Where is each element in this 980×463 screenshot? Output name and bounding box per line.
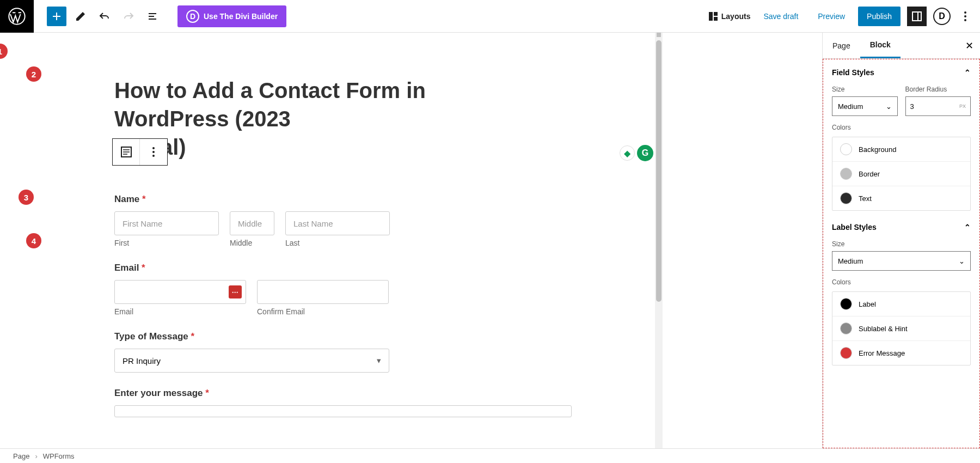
svg-rect-4 bbox=[912, 12, 921, 21]
type-label: Type of Message * bbox=[114, 331, 577, 342]
editor-canvas: How to Add a Contact Form in WordPress (… bbox=[0, 33, 822, 448]
toolbar-right: Layouts Save draft Preview Publish D bbox=[708, 7, 980, 26]
breadcrumb: Page › WPForms bbox=[0, 448, 980, 463]
svg-rect-1 bbox=[709, 12, 713, 21]
svg-point-6 bbox=[964, 11, 966, 14]
name-label: Name * bbox=[114, 194, 577, 205]
divi-round-icon[interactable]: D bbox=[933, 8, 951, 25]
top-toolbar: D Use The Divi Builder Layouts Save draf… bbox=[0, 0, 980, 33]
svg-point-8 bbox=[964, 19, 966, 21]
swatch-icon bbox=[840, 168, 852, 180]
middle-name-sublabel: Middle bbox=[230, 239, 274, 247]
svg-rect-3 bbox=[714, 17, 718, 21]
first-name-input[interactable] bbox=[114, 211, 219, 235]
main-area: How to Add a Contact Form in WordPress (… bbox=[0, 33, 980, 448]
radius-label: Border Radius bbox=[905, 86, 971, 93]
svg-point-10 bbox=[152, 147, 155, 149]
tab-block[interactable]: Block bbox=[860, 33, 901, 58]
field-size-select[interactable]: Medium ⌄ bbox=[832, 96, 898, 116]
field-colors-list: Background Border Text bbox=[832, 137, 971, 211]
color-error[interactable]: Error Message bbox=[832, 341, 970, 365]
block-toolbar bbox=[112, 138, 168, 166]
message-textarea[interactable] bbox=[114, 405, 572, 417]
chevron-down-icon: ⌄ bbox=[886, 102, 892, 111]
svg-point-12 bbox=[152, 155, 155, 157]
settings-panel-toggle[interactable] bbox=[907, 7, 927, 26]
layouts-button[interactable]: Layouts bbox=[708, 11, 751, 21]
swatch-icon bbox=[840, 192, 852, 204]
preview-button[interactable]: Preview bbox=[811, 8, 852, 25]
swatch-icon bbox=[840, 143, 852, 155]
border-radius-input[interactable]: 3 PX bbox=[905, 96, 971, 116]
block-more-icon[interactable] bbox=[140, 139, 167, 165]
page-title[interactable]: How to Add a Contact Form in WordPress (… bbox=[114, 76, 512, 161]
section-field-styles[interactable]: Field Styles ⌃ bbox=[832, 68, 971, 77]
sidebar-body: Field Styles ⌃ Size Medium ⌄ Border Radi… bbox=[823, 59, 980, 448]
email-input[interactable] bbox=[114, 280, 246, 304]
swatch-icon bbox=[840, 347, 852, 359]
label-size-select[interactable]: Medium ⌄ bbox=[832, 251, 971, 271]
last-name-input[interactable] bbox=[285, 211, 390, 235]
confirm-email-input[interactable] bbox=[257, 280, 389, 304]
section-label-styles[interactable]: Label Styles ⌃ bbox=[832, 223, 971, 232]
sidebar-tabs: Page Block ✕ bbox=[823, 33, 980, 59]
first-name-sublabel: First bbox=[114, 239, 219, 247]
scrollbar[interactable] bbox=[655, 33, 663, 448]
email-sublabel: Email bbox=[114, 307, 246, 316]
lastpass-icon[interactable]: ●●● bbox=[229, 285, 242, 298]
last-name-sublabel: Last bbox=[285, 239, 390, 247]
settings-sidebar: Page Block ✕ Field Styles ⌃ Size Medium … bbox=[822, 33, 980, 448]
color-sublabel[interactable]: Sublabel & Hint bbox=[832, 316, 970, 341]
chevron-down-icon: ⌄ bbox=[959, 257, 965, 265]
crumb-page[interactable]: Page bbox=[13, 452, 29, 460]
chevron-up-icon: ⌃ bbox=[964, 223, 971, 232]
divi-button-label: Use The Divi Builder bbox=[204, 12, 278, 21]
field-name: Name * First Middle Last bbox=[114, 194, 577, 247]
svg-rect-2 bbox=[714, 12, 718, 16]
undo-icon[interactable] bbox=[95, 7, 114, 26]
label-colors-list: Label Sublabel & Hint Error Message bbox=[832, 291, 971, 365]
crumb-block[interactable]: WPForms bbox=[43, 452, 75, 460]
publish-button[interactable]: Publish bbox=[858, 7, 901, 26]
document-overview-icon[interactable] bbox=[143, 7, 162, 26]
chevron-right-icon: › bbox=[35, 452, 37, 460]
divi-builder-button[interactable]: D Use The Divi Builder bbox=[177, 5, 286, 27]
email-label: Email * bbox=[114, 263, 577, 273]
add-block-button[interactable] bbox=[47, 7, 66, 26]
swatch-icon bbox=[840, 298, 852, 310]
edit-icon[interactable] bbox=[71, 7, 90, 26]
redo-icon[interactable] bbox=[119, 7, 138, 26]
grammarly-shield-icon: ◆ bbox=[620, 145, 635, 161]
field-message: Enter your message * bbox=[114, 388, 577, 417]
grammarly-g-icon: G bbox=[637, 145, 653, 161]
field-email: Email * ●●● Email Confirm Email bbox=[114, 263, 577, 316]
wordpress-logo[interactable] bbox=[0, 0, 34, 33]
save-draft-button[interactable]: Save draft bbox=[757, 8, 805, 25]
field-type: Type of Message * PR Inquiry ▾ bbox=[114, 331, 577, 373]
divi-logo-icon: D bbox=[186, 10, 199, 23]
message-label: Enter your message * bbox=[114, 388, 577, 399]
middle-name-input[interactable] bbox=[230, 211, 274, 235]
chevron-up-icon: ⌃ bbox=[964, 68, 971, 77]
color-border[interactable]: Border bbox=[832, 162, 970, 186]
block-type-icon[interactable] bbox=[113, 139, 140, 165]
tab-page[interactable]: Page bbox=[823, 34, 860, 58]
field-colors-label: Colors bbox=[832, 124, 971, 131]
swatch-icon bbox=[840, 322, 852, 334]
contact-form: Name * First Middle Last bbox=[114, 194, 577, 417]
toolbar-left: D Use The Divi Builder bbox=[34, 5, 286, 27]
chevron-down-icon: ▾ bbox=[377, 356, 381, 365]
more-options-icon[interactable] bbox=[957, 11, 973, 22]
type-select[interactable]: PR Inquiry ▾ bbox=[114, 349, 389, 373]
label-colors-label: Colors bbox=[832, 278, 971, 286]
confirm-email-sublabel: Confirm Email bbox=[257, 307, 389, 316]
svg-point-11 bbox=[152, 151, 155, 153]
color-background[interactable]: Background bbox=[832, 137, 970, 162]
close-sidebar-icon[interactable]: ✕ bbox=[965, 40, 973, 52]
svg-point-7 bbox=[964, 15, 966, 17]
color-text[interactable]: Text bbox=[832, 186, 970, 210]
color-label[interactable]: Label bbox=[832, 292, 970, 316]
grammarly-widget[interactable]: ◆ G bbox=[620, 145, 653, 161]
size-label: Size bbox=[832, 86, 898, 93]
label-size-label: Size bbox=[832, 240, 971, 248]
